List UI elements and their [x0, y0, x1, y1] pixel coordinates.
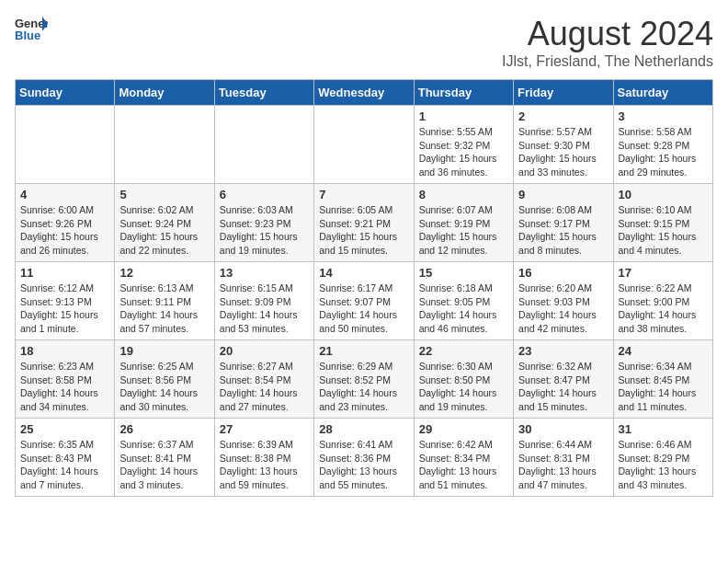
calendar-week-row: 25Sunrise: 6:35 AMSunset: 8:43 PMDayligh…: [16, 419, 713, 497]
day-number: 31: [619, 422, 708, 436]
calendar-cell: 5Sunrise: 6:02 AMSunset: 9:24 PMDaylight…: [115, 184, 214, 262]
day-number: 7: [319, 188, 408, 201]
calendar-cell: 21Sunrise: 6:29 AMSunset: 8:52 PMDayligh…: [314, 340, 414, 419]
day-info: Sunrise: 5:57 AMSunset: 9:30 PMDaylight:…: [518, 125, 608, 179]
calendar-cell: 11Sunrise: 6:12 AMSunset: 9:13 PMDayligh…: [16, 262, 115, 340]
day-info: Sunrise: 6:32 AMSunset: 8:47 PMDaylight:…: [518, 360, 608, 414]
day-info: Sunrise: 6:29 AMSunset: 8:52 PMDaylight:…: [319, 360, 408, 414]
calendar-cell: 12Sunrise: 6:13 AMSunset: 9:11 PMDayligh…: [115, 262, 214, 340]
calendar-cell: 30Sunrise: 6:44 AMSunset: 8:31 PMDayligh…: [514, 419, 613, 497]
day-info: Sunrise: 5:55 AMSunset: 9:32 PMDaylight:…: [419, 125, 508, 179]
calendar-cell: 31Sunrise: 6:46 AMSunset: 8:29 PMDayligh…: [613, 419, 712, 497]
calendar-week-row: 11Sunrise: 6:12 AMSunset: 9:13 PMDayligh…: [16, 262, 713, 340]
calendar-table: SundayMondayTuesdayWednesdayThursdayFrid…: [15, 79, 713, 497]
day-header: Tuesday: [214, 80, 313, 106]
title-area: August 2024 IJlst, Friesland, The Nether…: [502, 15, 713, 70]
month-title: August 2024: [502, 15, 713, 53]
calendar-cell: 7Sunrise: 6:05 AMSunset: 9:21 PMDaylight…: [314, 184, 414, 262]
location-title: IJlst, Friesland, The Netherlands: [502, 53, 713, 70]
day-number: 6: [220, 188, 309, 201]
day-number: 5: [119, 188, 209, 201]
day-info: Sunrise: 6:22 AMSunset: 9:00 PMDaylight:…: [619, 282, 708, 336]
calendar-cell: 23Sunrise: 6:32 AMSunset: 8:47 PMDayligh…: [514, 340, 613, 419]
calendar-header-row: SundayMondayTuesdayWednesdayThursdayFrid…: [16, 80, 713, 106]
day-number: 10: [619, 188, 708, 201]
calendar-cell: 26Sunrise: 6:37 AMSunset: 8:41 PMDayligh…: [115, 419, 214, 497]
day-info: Sunrise: 6:46 AMSunset: 8:29 PMDaylight:…: [619, 438, 708, 492]
day-info: Sunrise: 6:18 AMSunset: 9:05 PMDaylight:…: [419, 282, 508, 336]
day-info: Sunrise: 6:37 AMSunset: 8:41 PMDaylight:…: [119, 438, 209, 492]
day-header: Saturday: [613, 80, 712, 106]
day-number: 11: [20, 266, 109, 280]
calendar-cell: 9Sunrise: 6:08 AMSunset: 9:17 PMDaylight…: [514, 184, 613, 262]
day-info: Sunrise: 6:02 AMSunset: 9:24 PMDaylight:…: [119, 203, 209, 258]
calendar-body: 1Sunrise: 5:55 AMSunset: 9:32 PMDaylight…: [16, 106, 713, 497]
calendar-cell: [214, 106, 313, 184]
day-info: Sunrise: 6:39 AMSunset: 8:38 PMDaylight:…: [220, 438, 309, 492]
day-number: 15: [419, 266, 508, 280]
calendar-week-row: 1Sunrise: 5:55 AMSunset: 9:32 PMDaylight…: [16, 106, 713, 184]
calendar-cell: 24Sunrise: 6:34 AMSunset: 8:45 PMDayligh…: [613, 340, 712, 419]
day-info: Sunrise: 6:07 AMSunset: 9:19 PMDaylight:…: [419, 203, 508, 258]
day-number: 18: [20, 344, 109, 358]
day-number: 25: [20, 422, 109, 436]
day-info: Sunrise: 6:30 AMSunset: 8:50 PMDaylight:…: [419, 360, 508, 414]
calendar-cell: 8Sunrise: 6:07 AMSunset: 9:19 PMDaylight…: [414, 184, 513, 262]
day-info: Sunrise: 6:42 AMSunset: 8:34 PMDaylight:…: [419, 438, 508, 492]
day-header: Sunday: [16, 80, 115, 106]
calendar-cell: [115, 106, 214, 184]
day-info: Sunrise: 6:25 AMSunset: 8:56 PMDaylight:…: [119, 360, 209, 414]
day-info: Sunrise: 6:13 AMSunset: 9:11 PMDaylight:…: [119, 282, 209, 336]
day-number: 20: [220, 344, 309, 358]
calendar-cell: 20Sunrise: 6:27 AMSunset: 8:54 PMDayligh…: [214, 340, 313, 419]
day-number: 24: [619, 344, 708, 358]
day-number: 22: [419, 344, 508, 358]
day-info: Sunrise: 6:20 AMSunset: 9:03 PMDaylight:…: [518, 282, 608, 336]
day-number: 3: [619, 109, 708, 123]
day-number: 12: [119, 266, 209, 280]
day-number: 26: [119, 422, 209, 436]
logo-icon: General Blue: [15, 15, 48, 42]
day-number: 21: [319, 344, 408, 358]
day-info: Sunrise: 6:34 AMSunset: 8:45 PMDaylight:…: [619, 360, 708, 414]
day-info: Sunrise: 6:12 AMSunset: 9:13 PMDaylight:…: [20, 282, 109, 336]
day-number: 29: [419, 422, 508, 436]
day-info: Sunrise: 6:15 AMSunset: 9:09 PMDaylight:…: [220, 282, 309, 336]
day-number: 30: [518, 422, 608, 436]
day-info: Sunrise: 6:05 AMSunset: 9:21 PMDaylight:…: [319, 203, 408, 258]
day-info: Sunrise: 6:27 AMSunset: 8:54 PMDaylight:…: [220, 360, 309, 414]
calendar-cell: 10Sunrise: 6:10 AMSunset: 9:15 PMDayligh…: [613, 184, 712, 262]
calendar-cell: [16, 106, 115, 184]
calendar-cell: 16Sunrise: 6:20 AMSunset: 9:03 PMDayligh…: [514, 262, 613, 340]
calendar-cell: 1Sunrise: 5:55 AMSunset: 9:32 PMDaylight…: [414, 106, 513, 184]
day-info: Sunrise: 6:44 AMSunset: 8:31 PMDaylight:…: [518, 438, 608, 492]
svg-text:Blue: Blue: [15, 29, 40, 42]
calendar-cell: 29Sunrise: 6:42 AMSunset: 8:34 PMDayligh…: [414, 419, 513, 497]
day-number: 4: [20, 188, 109, 201]
calendar-cell: 6Sunrise: 6:03 AMSunset: 9:23 PMDaylight…: [214, 184, 313, 262]
day-number: 8: [419, 188, 508, 201]
calendar-cell: 4Sunrise: 6:00 AMSunset: 9:26 PMDaylight…: [16, 184, 115, 262]
calendar-cell: 17Sunrise: 6:22 AMSunset: 9:00 PMDayligh…: [613, 262, 712, 340]
calendar-cell: 18Sunrise: 6:23 AMSunset: 8:58 PMDayligh…: [16, 340, 115, 419]
day-info: Sunrise: 6:03 AMSunset: 9:23 PMDaylight:…: [220, 203, 309, 258]
day-number: 17: [619, 266, 708, 280]
calendar-week-row: 4Sunrise: 6:00 AMSunset: 9:26 PMDaylight…: [16, 184, 713, 262]
calendar-cell: 22Sunrise: 6:30 AMSunset: 8:50 PMDayligh…: [414, 340, 513, 419]
day-number: 13: [220, 266, 309, 280]
day-info: Sunrise: 6:00 AMSunset: 9:26 PMDaylight:…: [20, 203, 109, 258]
day-header: Monday: [115, 80, 214, 106]
calendar-cell: 19Sunrise: 6:25 AMSunset: 8:56 PMDayligh…: [115, 340, 214, 419]
day-header: Friday: [514, 80, 613, 106]
day-number: 27: [220, 422, 309, 436]
logo: General Blue: [15, 15, 48, 42]
calendar-cell: [314, 106, 414, 184]
day-number: 14: [319, 266, 408, 280]
header: General Blue August 2024 IJlst, Frieslan…: [15, 15, 713, 70]
day-info: Sunrise: 6:41 AMSunset: 8:36 PMDaylight:…: [319, 438, 408, 492]
day-number: 16: [518, 266, 608, 280]
day-info: Sunrise: 6:35 AMSunset: 8:43 PMDaylight:…: [20, 438, 109, 492]
day-header: Thursday: [414, 80, 513, 106]
calendar-cell: 14Sunrise: 6:17 AMSunset: 9:07 PMDayligh…: [314, 262, 414, 340]
day-number: 9: [518, 188, 608, 201]
